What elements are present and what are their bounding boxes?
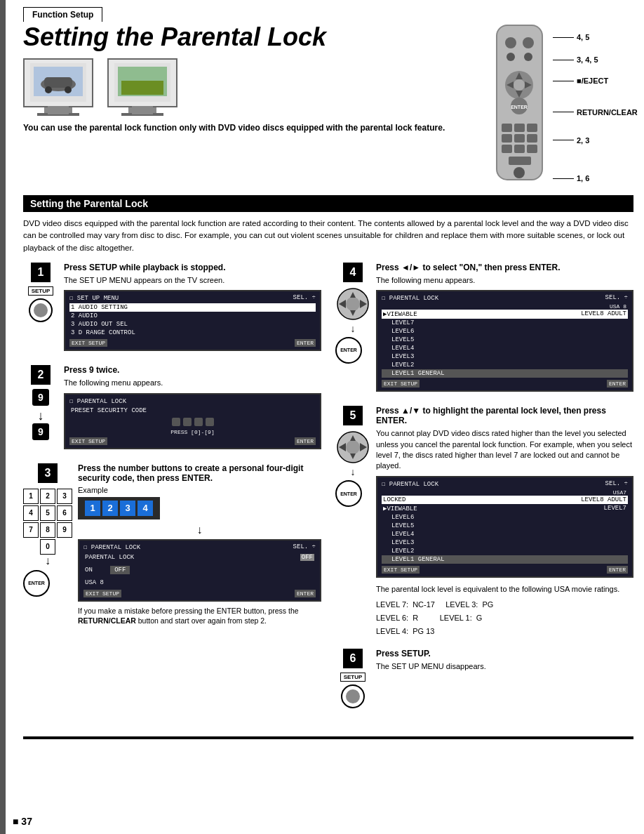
- step-2-btn-9-1: 9: [32, 389, 49, 406]
- page-title: Setting the Parental Lock: [23, 23, 493, 51]
- svg-point-4: [45, 86, 52, 93]
- step-3-example-label: Example: [78, 486, 321, 494]
- step-4-desc: The following menu appears.: [376, 275, 633, 286]
- step-3-title: Press the number buttons to create a per…: [78, 463, 321, 483]
- svg-point-35: [34, 303, 48, 317]
- step-3-numpad: 123 456 789: [23, 489, 72, 538]
- svg-point-45: [346, 440, 360, 454]
- svg-rect-25: [527, 124, 537, 132]
- step-3-screen: ☐ PARENTAL LOCK SEL. ÷ PARENTAL LOCK OFF…: [78, 539, 321, 602]
- step-6-desc: The SET UP MENU disappears.: [376, 661, 633, 672]
- digit-display: 1 2 3 4: [78, 497, 160, 519]
- step-1-number: 1: [31, 263, 51, 282]
- step-1-desc: The SET UP MENU appears on the TV screen…: [64, 275, 321, 286]
- remote-label-return: RETURN/CLEAR: [553, 104, 638, 121]
- svg-rect-29: [502, 145, 512, 153]
- step-1-title: Press SETUP while playback is stopped.: [64, 263, 321, 272]
- svg-rect-23: [502, 124, 512, 132]
- step-2-desc: The following menu appears.: [64, 378, 321, 388]
- svg-point-12: [523, 37, 534, 48]
- svg-rect-31: [527, 145, 537, 153]
- tv-illustrations: [23, 58, 493, 116]
- step-5-desc: You cannot play DVD video discs rated hi…: [376, 428, 633, 472]
- step-2-screen: ☐ PARENTAL LOCK PRESET SECURITY CODE PRE…: [64, 393, 321, 449]
- step-2: 2 9 ↓ 9 Press 9 twice. The following men…: [23, 365, 321, 451]
- remote-label-eject: ■/EJECT: [553, 72, 638, 89]
- section-header: Setting the Parental Lock: [23, 195, 633, 212]
- step-5-ratings: LEVEL 7: NC-17 LEVEL 3: PG LEVEL 6: R LE…: [376, 598, 633, 637]
- svg-rect-27: [514, 134, 525, 143]
- bottom-bar: [23, 736, 633, 739]
- svg-rect-28: [527, 134, 537, 143]
- step-1: 1 SETUP Press SETUP while playback is st…: [23, 263, 321, 354]
- step-2-title: Press 9 twice.: [64, 365, 321, 375]
- step-6-number: 6: [343, 649, 363, 668]
- step-5: 5 ↓: [335, 406, 633, 637]
- step-5-ratings-title: The parental lock level is equivalent to…: [376, 583, 633, 596]
- step-2-arrow: ↓: [32, 409, 49, 423]
- svg-rect-3: [44, 77, 72, 88]
- step-2-btn-9-2: 9: [32, 423, 49, 440]
- step-5-enter: ENTER: [335, 480, 362, 507]
- tv-image-1: [23, 58, 93, 107]
- remote-label-3-4-5: 3, 4, 5: [553, 51, 638, 68]
- step-3-note: If you make a mistake before pressing th…: [78, 606, 321, 626]
- svg-rect-32: [509, 157, 531, 165]
- step-5-title: Press ▲/▼ to highlight the parental lock…: [376, 406, 633, 425]
- step-3: 3 123 456 789 0 ↓ ENTER: [23, 463, 321, 626]
- step-5-nav: [335, 430, 370, 465]
- step-1-icon-label: SETUP: [28, 286, 53, 296]
- step-4-enter: ENTER: [335, 337, 362, 364]
- step-4-title: Press ◄/► to select "ON," then press ENT…: [376, 263, 633, 272]
- svg-point-14: [524, 53, 532, 61]
- svg-point-20: [514, 79, 525, 91]
- remote-label-4-5: 4, 5: [553, 29, 638, 46]
- svg-rect-9: [121, 81, 163, 95]
- tv-image-2: [107, 58, 177, 107]
- step-6: 6 SETUP Press SETUP. The SET UP MENU d: [335, 649, 633, 711]
- step-3-number: 3: [38, 463, 58, 483]
- step-3-enter: ENTER: [23, 570, 50, 597]
- step-6-icon-label: SETUP: [340, 673, 365, 682]
- intro-text: DVD video discs equipped with the parent…: [23, 218, 633, 254]
- warning-text: You can use the parental lock function o…: [23, 123, 493, 133]
- svg-point-33: [514, 167, 525, 178]
- step-1-screen: ☐ SET UP MENU SEL. ÷ 1 AUDIO SETTING 2 A…: [64, 290, 321, 351]
- step-6-title: Press SETUP.: [376, 649, 633, 658]
- step-4-number: 4: [343, 263, 363, 282]
- step-5-screen: ☐ PARENTAL LOCK SEL. ÷ USA7 LOCKEDLEVEL8…: [376, 476, 633, 578]
- step-4-screen: ☐ PARENTAL LOCK SEL. ÷ USA 8 ▶VIEWABLELE…: [376, 290, 633, 392]
- function-setup-tab: Function Setup: [23, 7, 102, 22]
- step-2-number: 2: [31, 365, 51, 385]
- svg-rect-26: [502, 134, 512, 143]
- step-5-number: 5: [343, 406, 363, 425]
- left-bar: [0, 0, 6, 834]
- svg-text:ENTER: ENTER: [511, 105, 528, 110]
- step-4: 4: [335, 263, 633, 395]
- remote-label-1-6: 1, 6: [553, 170, 638, 187]
- svg-point-49: [346, 689, 360, 703]
- svg-point-13: [507, 53, 515, 61]
- svg-rect-30: [514, 145, 525, 153]
- svg-point-39: [346, 297, 360, 311]
- page-number: ■ 37: [13, 816, 32, 827]
- remote-svg: ENTER: [493, 22, 546, 183]
- remote-label-2-3: 2, 3: [553, 132, 638, 149]
- svg-point-11: [505, 37, 516, 48]
- remote-control-area: ENTER: [493, 22, 633, 187]
- step-4-nav: [335, 286, 370, 322]
- svg-point-5: [65, 86, 72, 93]
- svg-rect-24: [514, 124, 525, 132]
